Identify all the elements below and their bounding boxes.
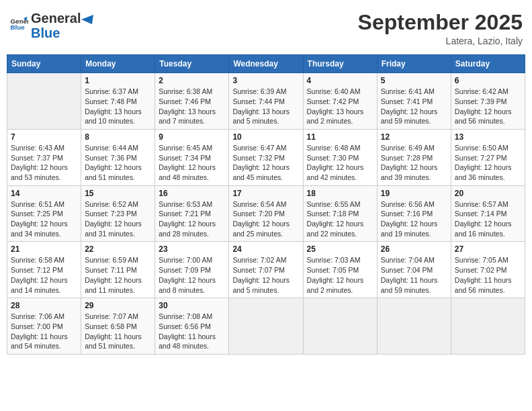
day-cell: 27Sunrise: 7:05 AMSunset: 7:02 PMDayligh…	[451, 242, 525, 298]
day-info: Sunrise: 6:48 AMSunset: 7:30 PMDaylight:…	[307, 143, 373, 183]
logo-icon: General Blue	[9, 15, 28, 34]
day-info: Sunrise: 6:41 AMSunset: 7:41 PMDaylight:…	[381, 87, 447, 126]
day-info: Sunrise: 7:04 AMSunset: 7:04 PMDaylight:…	[381, 255, 447, 295]
day-cell: 25Sunrise: 7:03 AMSunset: 7:05 PMDayligh…	[303, 242, 377, 298]
day-number: 13	[455, 132, 521, 142]
day-info: Sunrise: 6:58 AMSunset: 7:12 PMDaylight:…	[11, 255, 77, 295]
page-header: General Blue General Blue September 2025…	[7, 7, 525, 50]
logo-text: General	[31, 11, 94, 26]
day-cell: 30Sunrise: 7:08 AMSunset: 6:56 PMDayligh…	[155, 298, 229, 355]
day-number: 14	[11, 189, 77, 198]
month-title: September 2025	[358, 11, 523, 34]
day-cell: 2Sunrise: 6:38 AMSunset: 7:46 PMDaylight…	[155, 73, 229, 130]
day-cell: 8Sunrise: 6:44 AMSunset: 7:36 PMDaylight…	[81, 129, 155, 185]
day-info: Sunrise: 6:54 AMSunset: 7:20 PMDaylight:…	[232, 199, 299, 239]
day-number: 1	[85, 76, 151, 85]
day-info: Sunrise: 6:45 AMSunset: 7:34 PMDaylight:…	[159, 143, 225, 183]
day-number: 24	[232, 244, 299, 254]
day-cell: 1Sunrise: 6:37 AMSunset: 7:48 PMDaylight…	[81, 73, 155, 130]
week-row-1: 1Sunrise: 6:37 AMSunset: 7:48 PMDaylight…	[7, 73, 525, 130]
day-header-saturday: Saturday	[451, 55, 525, 73]
day-cell: 24Sunrise: 7:02 AMSunset: 7:07 PMDayligh…	[229, 242, 303, 298]
day-cell	[229, 298, 303, 355]
day-cell: 29Sunrise: 7:07 AMSunset: 6:58 PMDayligh…	[81, 298, 155, 355]
day-number: 5	[381, 76, 447, 85]
day-cell: 14Sunrise: 6:51 AMSunset: 7:25 PMDayligh…	[7, 185, 81, 242]
day-info: Sunrise: 6:43 AMSunset: 7:37 PMDaylight:…	[11, 143, 77, 183]
day-header-thursday: Thursday	[303, 55, 377, 73]
day-cell: 10Sunrise: 6:47 AMSunset: 7:32 PMDayligh…	[229, 129, 303, 185]
day-cell: 5Sunrise: 6:41 AMSunset: 7:41 PMDaylight…	[377, 73, 451, 130]
day-info: Sunrise: 6:50 AMSunset: 7:27 PMDaylight:…	[455, 143, 521, 183]
day-info: Sunrise: 6:44 AMSunset: 7:36 PMDaylight:…	[85, 143, 151, 183]
day-number: 2	[159, 76, 225, 85]
day-cell: 13Sunrise: 6:50 AMSunset: 7:27 PMDayligh…	[451, 129, 525, 185]
day-number: 8	[85, 132, 151, 142]
day-number: 3	[232, 76, 299, 85]
day-number: 11	[307, 132, 373, 142]
day-header-sunday: Sunday	[7, 55, 81, 73]
day-cell: 23Sunrise: 7:00 AMSunset: 7:09 PMDayligh…	[155, 242, 229, 298]
calendar-header-row: SundayMondayTuesdayWednesdayThursdayFrid…	[7, 55, 525, 73]
week-row-4: 21Sunrise: 6:58 AMSunset: 7:12 PMDayligh…	[7, 242, 525, 298]
day-info: Sunrise: 6:49 AMSunset: 7:28 PMDaylight:…	[381, 143, 447, 183]
day-cell	[303, 298, 377, 355]
day-cell: 6Sunrise: 6:42 AMSunset: 7:39 PMDaylight…	[451, 73, 525, 130]
day-number: 17	[232, 189, 299, 198]
day-cell: 15Sunrise: 6:52 AMSunset: 7:23 PMDayligh…	[81, 185, 155, 242]
day-cell: 26Sunrise: 7:04 AMSunset: 7:04 PMDayligh…	[377, 242, 451, 298]
day-info: Sunrise: 6:42 AMSunset: 7:39 PMDaylight:…	[455, 87, 521, 126]
day-info: Sunrise: 7:05 AMSunset: 7:02 PMDaylight:…	[455, 255, 521, 295]
day-cell: 7Sunrise: 6:43 AMSunset: 7:37 PMDaylight…	[7, 129, 81, 185]
day-number: 12	[381, 132, 447, 142]
day-info: Sunrise: 7:07 AMSunset: 6:58 PMDaylight:…	[85, 312, 151, 351]
day-number: 21	[11, 244, 77, 254]
day-cell: 4Sunrise: 6:40 AMSunset: 7:42 PMDaylight…	[303, 73, 377, 130]
day-cell: 17Sunrise: 6:54 AMSunset: 7:20 PMDayligh…	[229, 185, 303, 242]
day-number: 10	[232, 132, 299, 142]
week-row-3: 14Sunrise: 6:51 AMSunset: 7:25 PMDayligh…	[7, 185, 525, 242]
day-cell	[377, 298, 451, 355]
day-number: 25	[307, 244, 373, 254]
day-cell: 11Sunrise: 6:48 AMSunset: 7:30 PMDayligh…	[303, 129, 377, 185]
day-info: Sunrise: 7:03 AMSunset: 7:05 PMDaylight:…	[307, 255, 373, 295]
day-info: Sunrise: 7:08 AMSunset: 6:56 PMDaylight:…	[159, 312, 225, 351]
day-cell: 12Sunrise: 6:49 AMSunset: 7:28 PMDayligh…	[377, 129, 451, 185]
day-number: 28	[11, 301, 77, 310]
day-info: Sunrise: 7:02 AMSunset: 7:07 PMDaylight:…	[232, 255, 299, 295]
week-row-5: 28Sunrise: 7:06 AMSunset: 7:00 PMDayligh…	[7, 298, 525, 355]
day-number: 4	[307, 76, 373, 85]
day-info: Sunrise: 6:38 AMSunset: 7:46 PMDaylight:…	[159, 87, 225, 126]
day-number: 19	[381, 189, 447, 198]
day-cell: 19Sunrise: 6:56 AMSunset: 7:16 PMDayligh…	[377, 185, 451, 242]
day-cell: 16Sunrise: 6:53 AMSunset: 7:21 PMDayligh…	[155, 185, 229, 242]
day-number: 18	[307, 189, 373, 198]
day-header-friday: Friday	[377, 55, 451, 73]
day-number: 20	[455, 189, 521, 198]
day-info: Sunrise: 6:40 AMSunset: 7:42 PMDaylight:…	[307, 87, 373, 126]
day-cell	[7, 73, 81, 130]
day-cell: 28Sunrise: 7:06 AMSunset: 7:00 PMDayligh…	[7, 298, 81, 355]
day-number: 9	[159, 132, 225, 142]
day-cell: 22Sunrise: 6:59 AMSunset: 7:11 PMDayligh…	[81, 242, 155, 298]
day-number: 6	[455, 76, 521, 85]
day-cell: 3Sunrise: 6:39 AMSunset: 7:44 PMDaylight…	[229, 73, 303, 130]
day-number: 26	[381, 244, 447, 254]
day-cell: 20Sunrise: 6:57 AMSunset: 7:14 PMDayligh…	[451, 185, 525, 242]
day-header-monday: Monday	[81, 55, 155, 73]
location: Latera, Lazio, Italy	[358, 36, 523, 46]
day-info: Sunrise: 6:53 AMSunset: 7:21 PMDaylight:…	[159, 199, 225, 239]
day-cell: 9Sunrise: 6:45 AMSunset: 7:34 PMDaylight…	[155, 129, 229, 185]
day-info: Sunrise: 6:57 AMSunset: 7:14 PMDaylight:…	[455, 199, 521, 239]
week-row-2: 7Sunrise: 6:43 AMSunset: 7:37 PMDaylight…	[7, 129, 525, 185]
day-header-wednesday: Wednesday	[229, 55, 303, 73]
day-number: 15	[85, 189, 151, 198]
day-info: Sunrise: 6:51 AMSunset: 7:25 PMDaylight:…	[11, 199, 77, 239]
day-cell: 21Sunrise: 6:58 AMSunset: 7:12 PMDayligh…	[7, 242, 81, 298]
day-info: Sunrise: 6:47 AMSunset: 7:32 PMDaylight:…	[232, 143, 299, 183]
svg-text:Blue: Blue	[10, 24, 25, 31]
day-number: 22	[85, 244, 151, 254]
calendar-body: 1Sunrise: 6:37 AMSunset: 7:48 PMDaylight…	[7, 73, 525, 355]
day-info: Sunrise: 6:55 AMSunset: 7:18 PMDaylight:…	[307, 199, 373, 239]
day-info: Sunrise: 6:56 AMSunset: 7:16 PMDaylight:…	[381, 199, 447, 239]
